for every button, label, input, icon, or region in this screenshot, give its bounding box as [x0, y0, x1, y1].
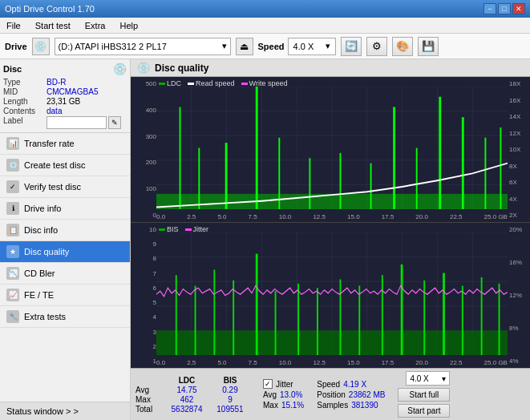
svg-rect-45 [156, 330, 508, 355]
sidebar-item-disc-info[interactable]: 📋 Disc info [0, 220, 130, 241]
ldc-chart-inner [156, 87, 508, 209]
drive-icon: 💿 [32, 38, 50, 55]
stats-total-label: Total [136, 405, 164, 414]
bis-x-labels: 0.0 2.5 5.0 7.5 10.0 12.5 15.0 17.5 20.0… [156, 359, 508, 366]
jitter-legend-color [185, 228, 192, 231]
sidebar-item-drive-info[interactable]: ℹ Drive info [0, 198, 130, 220]
nav-label-disc-quality: Disc quality [24, 247, 69, 256]
position-label: Position [317, 390, 346, 399]
stats-total-bis: 109551 [210, 405, 250, 414]
read-speed-legend-label: Read speed [196, 79, 235, 87]
stats-bar: LDC BIS Avg 14.75 0.29 Max 462 9 Total 5… [131, 368, 530, 420]
svg-rect-23 [370, 164, 372, 209]
bis-chart-inner [156, 232, 508, 355]
sidebar-item-fe-te[interactable]: 📈 FE / TE [0, 285, 130, 306]
stats-max-label: Max [136, 395, 164, 404]
stats-avg-bis: 0.29 [210, 386, 250, 394]
disc-panel: Disc 💿 Type BD-R MID CMCMAGBA5 Length 23… [0, 59, 130, 133]
refresh-button[interactable]: 🔄 [341, 37, 362, 56]
cd-bler-icon: 📉 [6, 267, 19, 280]
sidebar-item-cd-bler[interactable]: 📉 CD Bler [0, 263, 130, 285]
label-edit-button[interactable]: ✎ [108, 116, 121, 129]
speed-position-info: Speed 4.19 X Position 23862 MB Samples 3… [317, 380, 385, 410]
svg-rect-47 [195, 286, 196, 355]
contents-label: Contents [3, 107, 43, 115]
svg-rect-60 [462, 286, 463, 355]
stats-total-ldc: 5632874 [167, 405, 207, 414]
read-speed-legend-color [188, 83, 194, 85]
drive-dropdown[interactable]: (D:) ATAPI iHBS312 2 PL17 ▾ [55, 38, 231, 55]
svg-rect-48 [213, 270, 215, 355]
svg-rect-18 [225, 143, 228, 209]
sidebar-item-create-test-disc[interactable]: 💿 Create test disc [0, 155, 130, 176]
svg-rect-24 [393, 107, 395, 210]
close-button[interactable]: ✕ [512, 3, 525, 14]
jitter-checkbox[interactable]: ✓ [263, 379, 273, 389]
start-buttons: Start full Start part [398, 388, 450, 418]
disc-section-title: Disc [3, 64, 22, 74]
bis-y-labels-left: 10 9 8 7 6 5 4 3 2 1 [131, 223, 156, 368]
svg-rect-54 [340, 280, 342, 355]
svg-rect-46 [176, 275, 177, 355]
speed-label: Speed [258, 42, 285, 51]
jitter-header-row: ✓ Jitter [263, 379, 304, 389]
svg-rect-50 [256, 254, 258, 355]
jitter-max-value: 15.1% [281, 401, 304, 410]
start-full-button[interactable]: Start full [398, 388, 450, 402]
palette-button[interactable]: 🎨 [392, 37, 413, 56]
settings-button[interactable]: ⚙ [366, 37, 387, 56]
test-speed-dropdown[interactable]: 4.0 X ▾ [406, 371, 450, 386]
bis-legend-item: BIS [159, 225, 179, 233]
sidebar-item-transfer-rate[interactable]: 📊 Transfer rate [0, 133, 130, 155]
stats-max-ldc: 462 [167, 395, 207, 404]
minimize-button[interactable]: − [483, 3, 496, 14]
mid-value: CMCMAGBA5 [47, 87, 127, 96]
sidebar-item-verify-test-disc[interactable]: ✓ Verify test disc [0, 176, 130, 198]
content-area: 💿 Disc quality LDC Read speed [131, 59, 530, 420]
ldc-legend-label: LDC [167, 79, 181, 87]
speed-dropdown[interactable]: 4.0 X ▾ [288, 38, 336, 55]
nav-label-verify-test-disc: Verify test disc [24, 182, 81, 192]
svg-rect-58 [423, 281, 425, 355]
bis-chart-svg [156, 232, 508, 355]
start-part-button[interactable]: Start part [398, 404, 450, 418]
save-button[interactable]: 💾 [418, 37, 439, 56]
title-bar: Opti Drive Control 1.70 − □ ✕ [0, 0, 530, 18]
label-field[interactable] [47, 116, 107, 129]
create-test-disc-icon: 💿 [6, 159, 19, 172]
menu-extra[interactable]: Extra [82, 20, 109, 31]
disc-info-grid: Type BD-R MID CMCMAGBA5 Length 23,31 GB … [3, 78, 127, 129]
speed-label: Speed [317, 380, 340, 389]
jitter-legend-label: Jitter [193, 225, 209, 233]
menu-start-test[interactable]: Start test [32, 20, 74, 31]
ldc-legend: LDC Read speed Write speed [159, 79, 287, 87]
svg-rect-20 [278, 138, 280, 209]
maximize-button[interactable]: □ [498, 3, 511, 14]
mid-label: MID [3, 87, 43, 96]
ldc-chart: LDC Read speed Write speed 500 [131, 77, 530, 223]
sidebar-item-disc-quality[interactable]: ★ Disc quality [0, 241, 130, 263]
nav-label-extra-tests: Extra tests [24, 312, 66, 321]
jitter-max-row: Max 15.1% [263, 401, 304, 410]
jitter-avg-value: 13.0% [280, 390, 302, 399]
menu-help[interactable]: Help [116, 20, 141, 31]
svg-rect-19 [256, 87, 258, 209]
app-title: Opti Drive Control 1.70 [5, 4, 95, 14]
stats-table: LDC BIS Avg 14.75 0.29 Max 462 9 Total 5… [136, 376, 250, 414]
chevron-down-icon2: ▾ [326, 41, 330, 51]
toolbar: Drive 💿 (D:) ATAPI iHBS312 2 PL17 ▾ ⏏ Sp… [0, 34, 530, 59]
svg-rect-28 [484, 138, 486, 209]
stats-avg-label: Avg [136, 386, 164, 394]
sidebar-item-extra-tests[interactable]: 🔧 Extra tests [0, 306, 130, 328]
eject-icon[interactable]: ⏏ [236, 38, 253, 55]
charts-container: LDC Read speed Write speed 500 [131, 77, 530, 368]
status-window-button[interactable]: Status window > > [0, 402, 130, 420]
svg-rect-16 [180, 107, 181, 210]
menu-file[interactable]: File [3, 20, 24, 31]
main-layout: Disc 💿 Type BD-R MID CMCMAGBA5 Length 23… [0, 59, 530, 420]
fe-te-icon: 📈 [6, 289, 19, 301]
nav-label-disc-info: Disc info [24, 225, 58, 235]
svg-rect-57 [401, 265, 403, 355]
length-value: 23,31 GB [47, 97, 127, 106]
stats-empty-header [136, 376, 164, 385]
